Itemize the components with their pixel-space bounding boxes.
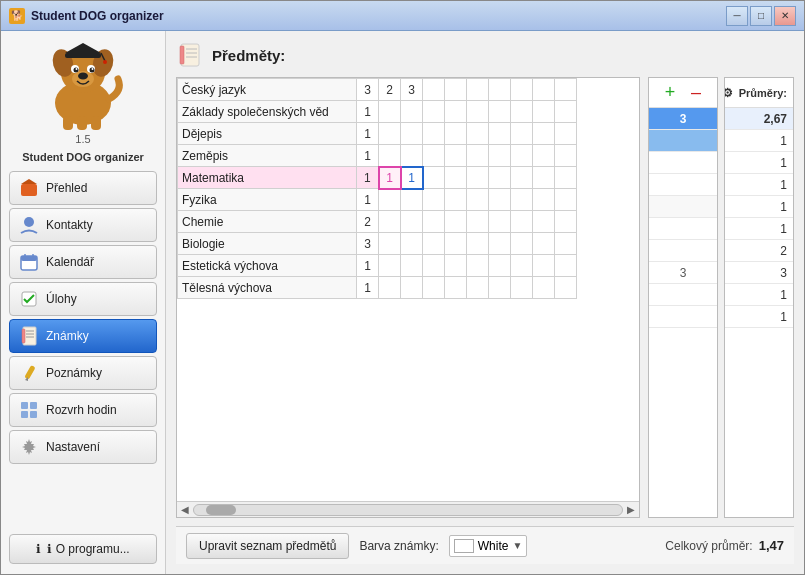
- col-cell[interactable]: [649, 196, 717, 218]
- grade-cell[interactable]: [445, 101, 467, 123]
- grade-cell[interactable]: 1: [379, 167, 401, 189]
- grade-cell[interactable]: [555, 79, 577, 101]
- col-cell[interactable]: [649, 240, 717, 262]
- grade-cell[interactable]: 2: [379, 79, 401, 101]
- grade-cell[interactable]: [533, 277, 555, 299]
- nav-kontakty[interactable]: Kontakty: [9, 208, 157, 242]
- grade-cell[interactable]: 1: [357, 189, 379, 211]
- grade-cell[interactable]: [533, 79, 555, 101]
- grade-cell[interactable]: [511, 277, 533, 299]
- upravit-button[interactable]: Upravit seznam předmětů: [186, 533, 349, 559]
- grade-cell[interactable]: [467, 79, 489, 101]
- grade-cell[interactable]: [423, 167, 445, 189]
- grade-cell[interactable]: [423, 255, 445, 277]
- grade-cell[interactable]: [401, 277, 423, 299]
- maximize-button[interactable]: □: [750, 6, 772, 26]
- grade-cell[interactable]: 1: [357, 145, 379, 167]
- grade-cell[interactable]: [555, 211, 577, 233]
- grade-cell[interactable]: [467, 167, 489, 189]
- grade-cell[interactable]: [401, 255, 423, 277]
- grade-cell[interactable]: [489, 123, 511, 145]
- close-button[interactable]: ✕: [774, 6, 796, 26]
- grade-cell[interactable]: [489, 145, 511, 167]
- grade-cell[interactable]: [445, 167, 467, 189]
- grade-cell[interactable]: [533, 145, 555, 167]
- col-cell[interactable]: [649, 306, 717, 328]
- grade-cell[interactable]: [467, 255, 489, 277]
- col-cell[interactable]: [649, 218, 717, 240]
- col-cell[interactable]: [649, 174, 717, 196]
- grade-cell[interactable]: [445, 211, 467, 233]
- grade-cell[interactable]: [533, 211, 555, 233]
- grade-cell[interactable]: [379, 277, 401, 299]
- grade-cell[interactable]: [555, 145, 577, 167]
- grade-cell[interactable]: 2: [357, 211, 379, 233]
- nav-rozvrh[interactable]: Rozvrh hodin: [9, 393, 157, 427]
- nav-ulohy[interactable]: Úlohy: [9, 282, 157, 316]
- grade-cell[interactable]: [467, 123, 489, 145]
- grade-cell[interactable]: [423, 123, 445, 145]
- grade-cell[interactable]: [379, 255, 401, 277]
- scroll-left-arrow[interactable]: ◀: [181, 504, 189, 515]
- grade-cell[interactable]: [489, 101, 511, 123]
- grade-cell[interactable]: 3: [357, 79, 379, 101]
- col-cell[interactable]: 3: [649, 262, 717, 284]
- grade-cell[interactable]: [467, 211, 489, 233]
- grade-cell[interactable]: [445, 145, 467, 167]
- grade-cell[interactable]: 1: [357, 167, 379, 189]
- grade-cell[interactable]: [401, 101, 423, 123]
- grade-cell[interactable]: [489, 255, 511, 277]
- col-cell[interactable]: [649, 130, 717, 152]
- grade-cell[interactable]: [423, 145, 445, 167]
- grade-cell[interactable]: [511, 123, 533, 145]
- grade-cell[interactable]: 1: [357, 101, 379, 123]
- col-cell[interactable]: 3: [649, 108, 717, 130]
- grade-cell[interactable]: [511, 79, 533, 101]
- grade-cell[interactable]: [445, 277, 467, 299]
- grade-cell[interactable]: [511, 101, 533, 123]
- grade-cell[interactable]: [467, 145, 489, 167]
- grade-cell[interactable]: [533, 101, 555, 123]
- grade-cell[interactable]: [423, 189, 445, 211]
- grade-cell[interactable]: [533, 189, 555, 211]
- grade-cell[interactable]: [533, 233, 555, 255]
- grade-cell[interactable]: [489, 167, 511, 189]
- grade-cell[interactable]: [489, 233, 511, 255]
- grade-cell[interactable]: [445, 123, 467, 145]
- grade-cell[interactable]: [379, 233, 401, 255]
- grade-cell[interactable]: [555, 101, 577, 123]
- grade-cell[interactable]: 3: [401, 79, 423, 101]
- grade-cell[interactable]: [445, 189, 467, 211]
- grade-cell[interactable]: [467, 277, 489, 299]
- grade-cell[interactable]: [379, 123, 401, 145]
- grade-cell[interactable]: [533, 167, 555, 189]
- grade-cell[interactable]: [511, 233, 533, 255]
- grade-cell[interactable]: [401, 145, 423, 167]
- grade-cell[interactable]: [423, 211, 445, 233]
- grade-cell[interactable]: 1: [357, 277, 379, 299]
- grade-cell[interactable]: [423, 233, 445, 255]
- grade-cell[interactable]: [401, 233, 423, 255]
- grade-cell[interactable]: [401, 123, 423, 145]
- grade-cell[interactable]: [555, 233, 577, 255]
- grade-cell[interactable]: [423, 79, 445, 101]
- grade-cell[interactable]: [379, 211, 401, 233]
- grade-cell[interactable]: [555, 167, 577, 189]
- grade-cell[interactable]: [401, 189, 423, 211]
- col-cell[interactable]: [649, 152, 717, 174]
- about-button[interactable]: ℹ ℹ O programu...: [9, 534, 157, 564]
- grade-cell[interactable]: 1: [357, 255, 379, 277]
- grade-cell[interactable]: [511, 145, 533, 167]
- grade-cell[interactable]: 1: [401, 167, 423, 189]
- grade-cell[interactable]: [555, 255, 577, 277]
- grade-cell[interactable]: [555, 277, 577, 299]
- grade-cell[interactable]: [379, 145, 401, 167]
- grade-cell[interactable]: [379, 101, 401, 123]
- scrollbar-track[interactable]: [193, 504, 623, 516]
- grade-cell[interactable]: [467, 233, 489, 255]
- nav-poznamky[interactable]: Poznámky: [9, 356, 157, 390]
- col-cell[interactable]: [649, 284, 717, 306]
- grade-cell[interactable]: [511, 255, 533, 277]
- nav-prehled[interactable]: Přehled: [9, 171, 157, 205]
- nav-kalendar[interactable]: Kalendář: [9, 245, 157, 279]
